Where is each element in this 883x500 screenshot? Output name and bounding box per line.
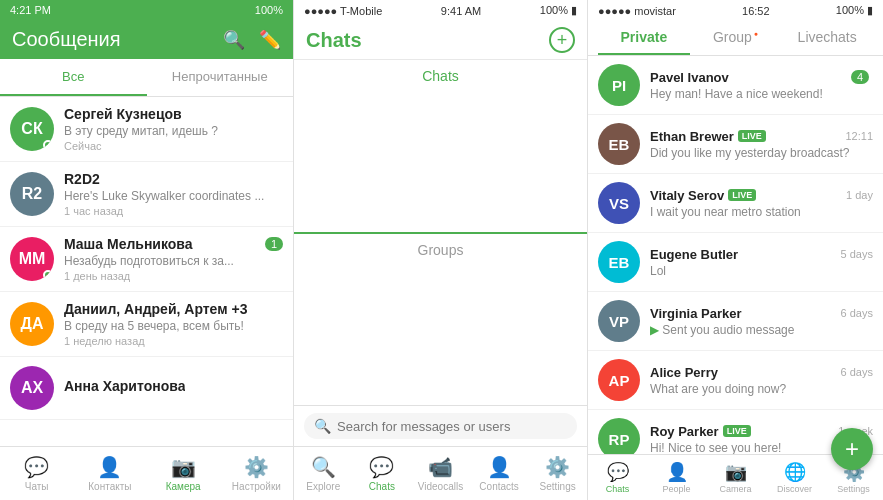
online-indicator — [43, 140, 53, 150]
chat-name: R2D2 — [64, 171, 100, 187]
p3-info: Vitaly Serov LIVE 1 day I wait you near … — [650, 188, 873, 219]
p3-chat-item[interactable]: PI Pavel Ivanov 4 Hey man! Have a nice w… — [588, 56, 883, 115]
tab-top-private[interactable]: Private — [598, 21, 690, 55]
chat-name-row: Маша Мельникова 1 — [64, 236, 283, 252]
nav-label: Chats — [369, 481, 395, 492]
chat-item[interactable]: ДА Даниил, Андрей, Артем +3 В среду на 5… — [0, 292, 293, 357]
nav-icon: 👤 — [487, 455, 512, 479]
p3-time: 1 day — [846, 189, 873, 201]
chat-time: 1 день назад — [64, 270, 283, 282]
nav-label: Чаты — [25, 481, 49, 492]
live-badge: LIVE — [728, 189, 756, 201]
p3-chat-item[interactable]: VP Virginia Parker 6 days ▶ Sent you aud… — [588, 292, 883, 351]
add-chat-button[interactable]: + — [549, 27, 575, 53]
tab-all[interactable]: Все — [0, 59, 147, 96]
p3-avatar: EB — [598, 241, 640, 283]
edit-icon-1[interactable]: ✏️ — [259, 29, 281, 51]
search-input-2[interactable] — [337, 419, 567, 434]
p3-name-row: Vitaly Serov LIVE 1 day — [650, 188, 873, 203]
status-bar-2: ●●●●● T-Mobile 9:41 AM 100% ▮ — [294, 0, 587, 21]
p3-avatar: RP — [598, 418, 640, 454]
search-icon-1[interactable]: 🔍 — [223, 29, 245, 51]
p3-name: Eugene Butler — [650, 247, 738, 262]
battery-1: 100% — [255, 4, 283, 16]
p3-name-row: Eugene Butler 5 days — [650, 247, 873, 262]
nav-item[interactable]: 👤 Contacts — [470, 453, 529, 494]
bottom-nav-1: 💬 Чаты 👤 Контакты 📷 Камера ⚙️ Настройки — [0, 446, 293, 500]
p3-avatar-initials: RP — [609, 431, 630, 448]
avatar: МM — [10, 237, 54, 281]
p3-name-row: Ethan Brewer LIVE 12:11 — [650, 129, 873, 144]
nav-icon: 🔍 — [311, 455, 336, 479]
p3-nav-item[interactable]: 🌐 Discover — [765, 459, 824, 496]
p3-time: 5 days — [841, 248, 873, 260]
fab-button[interactable]: + — [831, 428, 873, 470]
p3-nav-item[interactable]: 📷 Camera — [706, 459, 765, 496]
chat-item[interactable]: R2 R2D2 Here's Luke Skywalker coordinate… — [0, 162, 293, 227]
avatar: ДА — [10, 302, 54, 346]
p3-nav-label: Chats — [606, 484, 630, 494]
p3-avatar: AP — [598, 359, 640, 401]
tab-top-group[interactable]: Group — [690, 21, 782, 55]
p3-preview: What are you doing now? — [650, 382, 873, 396]
p3-avatar-initials: EB — [609, 254, 630, 271]
nav-item[interactable]: 🔍 Explore — [294, 453, 353, 494]
chat-item[interactable]: МM Маша Мельникова 1 Незабудь подготовит… — [0, 227, 293, 292]
tabs-1: Все Непрочитанные — [0, 59, 293, 97]
chat-time: 1 неделю назад — [64, 335, 283, 347]
nav-item[interactable]: 👤 Контакты — [73, 453, 146, 494]
nav-item[interactable]: ⚙️ Настройки — [220, 453, 293, 494]
chat-info: Даниил, Андрей, Артем +3 В среду на 5 ве… — [64, 301, 283, 347]
p3-info: Pavel Ivanov 4 Hey man! Have a nice week… — [650, 70, 873, 101]
p3-nav-icon: 📷 — [725, 461, 747, 483]
p3-avatar: PI — [598, 64, 640, 106]
avatar-initials: R2 — [22, 185, 42, 203]
panel2-title: Chats — [306, 29, 362, 52]
p3-preview: Lol — [650, 264, 873, 278]
p3-chat-item[interactable]: EB Ethan Brewer LIVE 12:11 Did you like … — [588, 115, 883, 174]
p3-avatar: VP — [598, 300, 640, 342]
chat-item[interactable]: АХ Анна Харитонова — [0, 357, 293, 420]
tab-chats[interactable]: Chats — [294, 60, 587, 234]
avatar: АХ — [10, 366, 54, 410]
chat-item[interactable]: СК Сергей Кузнецов В эту среду митап, ид… — [0, 97, 293, 162]
nav-item[interactable]: ⚙️ Settings — [528, 453, 587, 494]
chat-name-row: Даниил, Андрей, Артем +3 — [64, 301, 283, 317]
p3-info: Virginia Parker 6 days ▶ Sent you audio … — [650, 306, 873, 337]
header-1: Сообщения 🔍 ✏️ — [0, 20, 293, 59]
p3-name: Roy Parker — [650, 424, 719, 439]
live-badge: LIVE — [723, 425, 751, 437]
nav-item[interactable]: 📹 Videocalls — [411, 453, 470, 494]
avatar-initials: СК — [21, 120, 42, 138]
p3-chat-item[interactable]: VS Vitaly Serov LIVE 1 day I wait you ne… — [588, 174, 883, 233]
p3-name: Ethan Brewer — [650, 129, 734, 144]
p3-nav-item[interactable]: 💬 Chats — [588, 459, 647, 496]
p3-name: Pavel Ivanov — [650, 70, 729, 85]
nav-icon: 💬 — [369, 455, 394, 479]
p3-badge: 4 — [851, 70, 869, 84]
p3-nav-item[interactable]: 👤 People — [647, 459, 706, 496]
nav-item[interactable]: 📷 Камера — [147, 453, 220, 494]
p3-name-wrap: Roy Parker LIVE — [650, 424, 751, 439]
nav-label: Настройки — [232, 481, 281, 492]
tab-unread[interactable]: Непрочитанные — [147, 59, 294, 96]
chat-preview: В среду на 5 вечера, всем быть! — [64, 319, 283, 333]
p3-name-wrap: Vitaly Serov LIVE — [650, 188, 756, 203]
p3-name-wrap: Eugene Butler — [650, 247, 738, 262]
p3-nav-icon: 🌐 — [784, 461, 806, 483]
nav-icon: 📷 — [171, 455, 196, 479]
p3-chat-item[interactable]: EB Eugene Butler 5 days Lol — [588, 233, 883, 292]
tab-top-livechats[interactable]: Livechats — [781, 21, 873, 55]
nav-item[interactable]: 💬 Chats — [353, 453, 412, 494]
chat-preview: Незабудь подготовиться к за... — [64, 254, 283, 268]
p3-name: Vitaly Serov — [650, 188, 724, 203]
p3-avatar-initials: VP — [609, 313, 629, 330]
tab-groups[interactable]: Groups — [294, 234, 587, 406]
carrier-2: ●●●●● T-Mobile — [304, 5, 382, 17]
p3-chat-item[interactable]: AP Alice Perry 6 days What are you doing… — [588, 351, 883, 410]
p3-avatar-initials: AP — [609, 372, 630, 389]
nav-item[interactable]: 💬 Чаты — [0, 453, 73, 494]
carrier-3: ●●●●● movistar — [598, 5, 676, 17]
battery-2: 100% ▮ — [540, 4, 577, 17]
nav-icon: 📹 — [428, 455, 453, 479]
